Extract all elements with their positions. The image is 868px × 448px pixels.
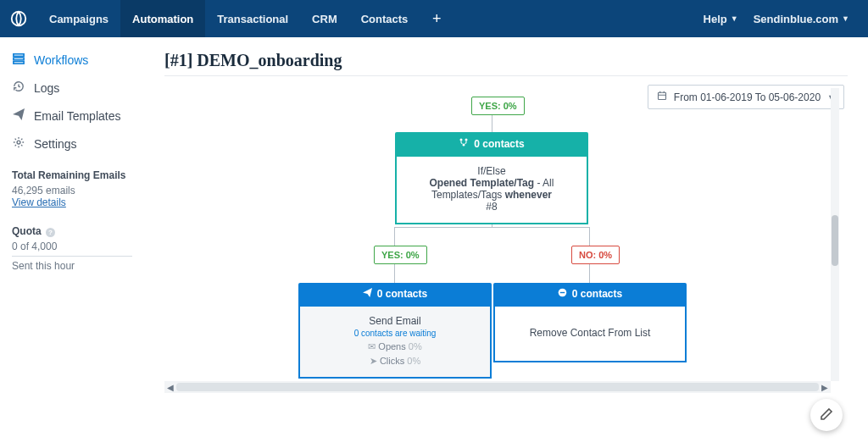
sidebar-item-email-templates[interactable]: Email Templates [0,102,144,130]
scroll-track[interactable] [176,383,819,391]
node-header-text: 0 contacts [474,138,524,150]
paper-plane-icon [12,108,25,123]
quota-title-text: Quota [12,225,42,237]
badge-yes: YES: 0% [374,246,427,264]
remaining-count: 46,295 emails [12,185,132,196]
node-header-text: 0 contacts [377,288,427,300]
svg-point-6 [460,139,463,141]
svg-rect-2 [14,58,24,60]
clicks-value: 0% [407,356,420,366]
scroll-right-icon[interactable]: ▶ [819,383,831,392]
clicks-label: Clicks [380,356,404,366]
send-email-title: Send Email [307,315,483,327]
svg-point-0 [12,12,26,26]
scroll-thumb[interactable] [176,383,819,391]
opens-value: 0% [409,341,422,351]
main-area: [#1] DEMO_onboarding From 01-06-2019 To … [144,37,868,448]
ifelse-id: #8 [403,201,580,213]
account-menu[interactable]: Sendinblue.com ▼ [754,13,849,25]
svg-point-7 [465,139,468,141]
branch-icon [459,137,469,150]
sidebar-item-settings[interactable]: Settings [0,130,144,158]
badge-yes-top: YES: 0% [471,97,525,115]
node-header: 0 contacts [493,283,687,305]
workflow-canvas-wrap: YES: 0% 0 contacts If/Else Opened Templa… [164,88,848,393]
sidebar-item-label: Workflows [34,53,88,67]
node-if-else[interactable]: 0 contacts If/Else Opened Template/Tag -… [395,132,588,224]
sidebar: Workflows Logs Email Templates Settings … [0,37,144,448]
nav-items: Campaigns Automation Transactional CRM C… [37,0,453,37]
workflow-canvas[interactable]: YES: 0% 0 contacts If/Else Opened Templa… [164,88,839,376]
sidebar-item-logs[interactable]: Logs [0,74,144,102]
edit-fab[interactable] [810,399,843,431]
svg-rect-1 [14,54,24,57]
node-send-email[interactable]: 0 contacts Send Email 0 contacts are wai… [298,283,492,379]
svg-point-8 [463,144,465,147]
svg-point-4 [17,141,20,144]
node-header: 0 contacts [395,132,588,155]
brand-logo[interactable] [0,0,37,37]
scroll-left-icon[interactable]: ◀ [164,383,176,392]
view-details-link[interactable]: View details [12,196,132,208]
clicks-row: ➤ Clicks 0% [307,356,483,367]
node-header-text: 0 contacts [572,288,622,300]
quota-sent: Sent this hour [12,260,132,272]
caret-down-icon: ▼ [842,14,849,23]
quota-block: Quota ? 0 of 4,000 Sent this hour [0,213,144,277]
quota-value: 0 of 4,000 [12,241,132,252]
nav-contacts[interactable]: Contacts [349,0,420,37]
horizontal-scrollbar[interactable]: ◀ ▶ [164,381,831,393]
connector [492,115,492,132]
node-body: If/Else Opened Template/Tag - All Templa… [395,155,588,224]
remaining-emails-block: Total Remaining Emails 46,295 emails Vie… [0,158,144,213]
clicks-icon: ➤ [370,356,377,366]
node-remove-contact[interactable]: 0 contacts Remove Contact From List [493,283,687,362]
node-header: 0 contacts [298,283,492,305]
cond-c: whenever [505,189,552,201]
badge-no: NO: 0% [571,246,620,264]
node-body: Remove Contact From List [493,305,687,362]
sidebar-item-label: Logs [34,81,59,95]
scroll-thumb[interactable] [832,215,838,266]
vertical-scrollbar[interactable] [831,88,839,381]
info-icon[interactable]: ? [46,228,55,237]
svg-rect-3 [14,62,24,64]
opens-label: Opens [378,341,405,351]
remaining-title: Total Remaining Emails [12,169,132,181]
nav-add-icon[interactable]: + [420,0,453,37]
nav-campaigns[interactable]: Campaigns [37,0,120,37]
ifelse-condition: Opened Template/Tag - All Templates/Tags… [403,177,580,201]
sidebar-item-label: Settings [34,137,77,151]
contacts-waiting: 0 contacts are waiting [307,329,483,338]
divider [164,75,848,76]
top-nav: Campaigns Automation Transactional CRM C… [0,0,868,37]
help-label: Help [704,13,727,25]
caret-down-icon: ▼ [731,14,738,23]
page-title: [#1] DEMO_onboarding [164,51,848,70]
connector [394,227,590,228]
minus-circle-icon [558,288,567,300]
nav-transactional[interactable]: Transactional [205,0,300,37]
account-label: Sendinblue.com [754,13,838,25]
cond-a: Opened Template/Tag [430,177,535,189]
ifelse-title: If/Else [403,165,580,177]
nav-crm[interactable]: CRM [300,0,349,37]
sidebar-item-label: Email Templates [34,109,120,123]
remove-title: Remove Contact From List [502,315,678,351]
opens-icon: ✉ [368,341,376,351]
svg-rect-10 [560,292,565,293]
nav-automation[interactable]: Automation [120,0,205,37]
paper-plane-icon [363,288,372,300]
node-body: Send Email 0 contacts are waiting ✉ Open… [298,305,492,379]
help-menu[interactable]: Help ▼ [704,13,738,25]
quota-title: Quota ? [12,225,132,237]
opens-row: ✉ Opens 0% [307,341,483,352]
pencil-icon [820,407,833,423]
workflows-icon [12,53,25,67]
nav-right: Help ▼ Sendinblue.com ▼ [704,13,868,25]
sidebar-item-workflows[interactable]: Workflows [0,46,144,74]
gear-icon [12,136,25,151]
history-icon [12,80,25,95]
